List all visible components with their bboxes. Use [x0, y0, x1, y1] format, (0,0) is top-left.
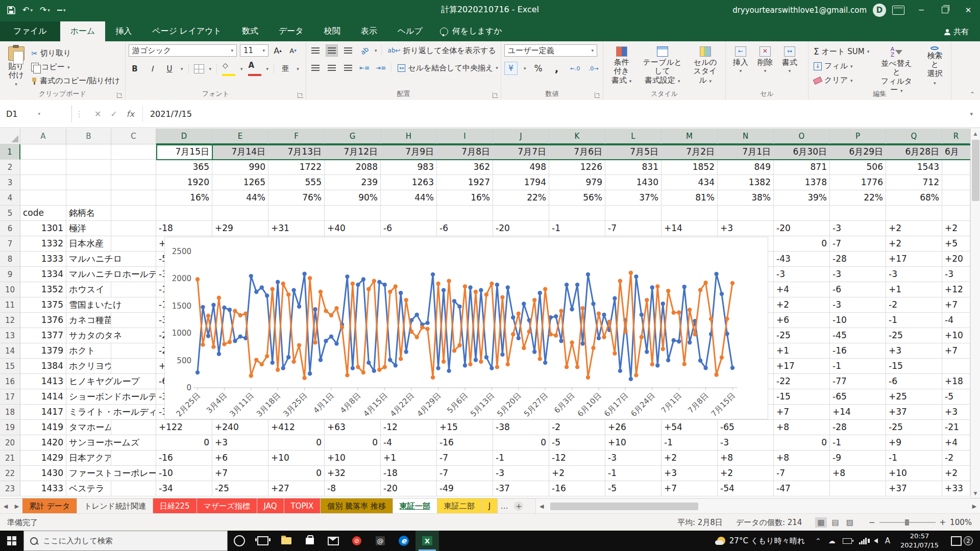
cell-K23[interactable]: -16	[549, 481, 605, 496]
increase-indent-icon[interactable]: ⇥≡	[375, 62, 387, 74]
row-header-5[interactable]: 5	[0, 206, 20, 221]
cell-P8[interactable]: -28	[830, 252, 886, 267]
comma-style-icon[interactable]: ,	[551, 62, 563, 74]
cell-F22[interactable]: 0	[268, 466, 325, 481]
tab-review[interactable]: 校閲	[314, 21, 351, 41]
cell-A20[interactable]: 1420	[20, 435, 66, 450]
cell-A17[interactable]: 1414	[20, 389, 66, 405]
fill-button[interactable]: ↓フィル▾	[812, 60, 871, 72]
cell-J23[interactable]: -37	[493, 481, 549, 496]
cell-K2[interactable]: 1226	[549, 160, 605, 175]
cell-K20[interactable]: -5	[549, 435, 605, 450]
sheet-tab-8[interactable]: 東証一部	[393, 498, 437, 514]
cell-J19[interactable]: -38	[493, 420, 549, 435]
cell-E21[interactable]: +6	[212, 450, 268, 466]
cell-B5[interactable]: 銘柄名	[66, 206, 111, 221]
page-layout-view-icon[interactable]: ▤	[830, 517, 841, 528]
cell-Q11[interactable]: -2	[886, 297, 942, 313]
cell-O12[interactable]: +6	[774, 313, 830, 328]
cell-D22[interactable]: -10	[156, 466, 212, 481]
phonetic-guide-icon[interactable]: 亜	[279, 63, 291, 75]
cell-N23[interactable]: -54	[718, 481, 774, 496]
cell-H22[interactable]: -18	[381, 466, 437, 481]
microsoft-store-icon[interactable]	[298, 531, 322, 551]
cell-C7[interactable]	[111, 236, 156, 252]
cell-P7[interactable]: -7	[830, 236, 886, 252]
tab-view[interactable]: 表示	[351, 21, 387, 41]
cell-C3[interactable]	[111, 175, 156, 190]
cell-B20[interactable]: サンヨーホームズ	[66, 435, 156, 450]
borders-icon[interactable]	[194, 64, 204, 73]
cell-H23[interactable]: -20	[381, 481, 437, 496]
cell-styles-button[interactable]: セルのスタイル ▾	[688, 44, 722, 89]
cell-J6[interactable]: -20	[493, 221, 549, 236]
vertical-scroll-thumb[interactable]	[972, 140, 979, 201]
cell-I1[interactable]: 7月8日	[437, 144, 493, 160]
cell-B6[interactable]: 極洋	[66, 221, 111, 236]
cell-O4[interactable]: 39%	[774, 190, 830, 206]
font-size-select[interactable]: 11▾	[240, 44, 268, 57]
cell-B1[interactable]	[66, 144, 111, 160]
taskbar-weather[interactable]: 27°C くもり時々晴れ	[712, 536, 810, 546]
column-header-D[interactable]: D	[156, 129, 212, 144]
cell-P20[interactable]: -1	[830, 435, 886, 450]
cell-A22[interactable]: 1430	[20, 466, 66, 481]
cell-O18[interactable]: +7	[774, 405, 830, 420]
tab-data[interactable]: データ	[268, 21, 314, 41]
cell-I6[interactable]: -6	[437, 221, 493, 236]
cell-G19[interactable]: +63	[325, 420, 381, 435]
cell-M3[interactable]: 434	[662, 175, 718, 190]
row-header-4[interactable]: 4	[0, 190, 20, 206]
at-app-icon[interactable]: @	[369, 531, 392, 551]
cell-D6[interactable]: -18	[156, 221, 212, 236]
column-header-O[interactable]: O	[774, 129, 830, 144]
hscroll-right-icon[interactable]: ▶	[969, 503, 980, 510]
cell-E4[interactable]: 44%	[212, 190, 268, 206]
cell-Q5[interactable]	[886, 206, 942, 221]
cell-E23[interactable]: -25	[212, 481, 268, 496]
cell-Q12[interactable]: -1	[886, 313, 942, 328]
cell-I19[interactable]: +15	[437, 420, 493, 435]
cell-Q4[interactable]: 68%	[886, 190, 942, 206]
cell-K3[interactable]: 979	[549, 175, 605, 190]
cell-I4[interactable]: 16%	[437, 190, 493, 206]
cell-O6[interactable]: -20	[774, 221, 830, 236]
cell-R22[interactable]: +2	[942, 466, 970, 481]
cell-M21[interactable]: +2	[662, 450, 718, 466]
row-header-16[interactable]: 16	[0, 374, 20, 389]
cell-J1[interactable]: 7月7日	[493, 144, 549, 160]
zoom-out-icon[interactable]: −	[869, 518, 875, 527]
cell-Q13[interactable]: -25	[886, 328, 942, 343]
cell-J3[interactable]: 1794	[493, 175, 549, 190]
close-button[interactable]: ✕	[957, 0, 980, 20]
row-header-19[interactable]: 19	[0, 420, 20, 435]
cell-F3[interactable]: 555	[268, 175, 325, 190]
align-center-icon[interactable]	[326, 62, 338, 74]
insert-function-icon[interactable]: fx	[127, 109, 134, 119]
account-email[interactable]: dryyourtearswithlove1@gmail.com	[732, 6, 867, 15]
cell-E6[interactable]: +29	[212, 221, 268, 236]
cell-O15[interactable]: +17	[774, 359, 830, 374]
row-header-10[interactable]: 10	[0, 282, 20, 297]
cell-R8[interactable]: +20	[942, 252, 970, 267]
cell-Q20[interactable]: +9	[886, 435, 942, 450]
row-header-14[interactable]: 14	[0, 343, 20, 359]
cell-E2[interactable]: 990	[212, 160, 268, 175]
cell-O20[interactable]: 0	[774, 435, 830, 450]
formula-input[interactable]: 2021/7/15	[143, 109, 192, 119]
cell-J4[interactable]: 22%	[493, 190, 549, 206]
cell-O11[interactable]: +2	[774, 297, 830, 313]
cell-R19[interactable]: -21	[942, 420, 970, 435]
battery-icon[interactable]	[843, 538, 852, 544]
cell-H6[interactable]: -6	[381, 221, 437, 236]
cell-L20[interactable]: +10	[605, 435, 662, 450]
cell-D21[interactable]: -16	[156, 450, 212, 466]
cell-C15[interactable]	[111, 359, 156, 374]
cell-A10[interactable]: 1352	[20, 282, 66, 297]
cell-P1[interactable]: 6月29日	[830, 144, 886, 160]
tab-help[interactable]: ヘルプ	[387, 21, 433, 41]
cell-B13[interactable]: サカタのタネ	[66, 328, 156, 343]
confirm-entry-icon[interactable]: ✓	[110, 109, 117, 119]
cell-L23[interactable]: -5	[605, 481, 662, 496]
cell-P22[interactable]: +8	[830, 466, 886, 481]
